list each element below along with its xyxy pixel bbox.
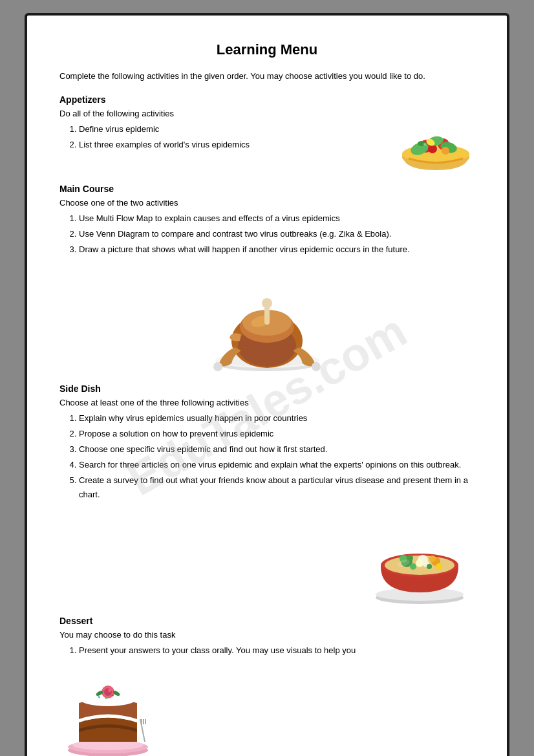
list-item: Present your answers to your class orall…	[79, 643, 475, 658]
dessert-section: Dessert You may choose to do this task P…	[59, 616, 475, 756]
page-title: Learning Menu	[59, 41, 475, 58]
list-item: Choose one specific virus epidemic and f…	[79, 442, 475, 457]
main-course-section: Main Course Choose one of the two activi…	[59, 184, 475, 373]
list-item: Search for three articles on one virus e…	[79, 458, 475, 472]
bowl-image	[59, 508, 475, 605]
dessert-title: Dessert	[59, 616, 475, 626]
list-item: Draw a picture that shows what will happ…	[79, 243, 475, 257]
appetizers-list: Define virus epidemic List three example…	[79, 122, 390, 152]
list-item: Create a survey to find out what your fr…	[79, 473, 475, 502]
main-course-subtitle: Choose one of the two activities	[59, 198, 475, 208]
side-dish-list: Explain why virus epidemics usually happ…	[79, 411, 475, 502]
svg-point-41	[436, 563, 442, 570]
svg-point-40	[427, 564, 432, 569]
svg-point-49	[108, 688, 112, 692]
list-item: Propose a solution on how to prevent vir…	[79, 427, 475, 441]
appetizers-subtitle: Do all of the following activities	[59, 109, 390, 118]
svg-point-35	[416, 559, 423, 567]
intro-text: Complete the following activities in the…	[59, 70, 475, 83]
svg-point-19	[312, 362, 321, 371]
svg-point-10	[442, 147, 449, 155]
side-dish-title: Side Dish	[59, 383, 475, 394]
list-item: Define virus epidemic	[79, 122, 390, 136]
page: EduTales.com Learning Menu Complete the …	[25, 13, 509, 756]
svg-point-39	[410, 563, 416, 570]
appetizers-section: Appetizers Do all of the following activ…	[59, 94, 475, 173]
salad-image	[390, 102, 475, 173]
list-item: Use Venn Diagram to compare and contrast…	[79, 227, 475, 241]
dessert-list: Present your answers to your class orall…	[79, 643, 475, 658]
list-item: Use Multi Flow Map to explain causes and…	[79, 211, 475, 226]
cake-image	[59, 667, 475, 756]
turkey-image	[59, 270, 475, 373]
side-dish-subtitle: Choose at least one of the three followi…	[59, 398, 475, 407]
svg-point-18	[213, 362, 222, 371]
dessert-subtitle: You may choose to do this task	[59, 630, 475, 640]
list-item: Explain why virus epidemics usually happ…	[79, 411, 475, 426]
main-course-list: Use Multi Flow Map to explain causes and…	[79, 211, 475, 257]
list-item: List three examples of world's virus epi…	[79, 138, 390, 152]
svg-point-38	[429, 556, 436, 562]
svg-point-12	[423, 143, 426, 146]
side-dish-section: Side Dish Choose at least one of the thr…	[59, 383, 475, 606]
svg-point-23	[262, 298, 272, 308]
main-course-title: Main Course	[59, 184, 475, 194]
